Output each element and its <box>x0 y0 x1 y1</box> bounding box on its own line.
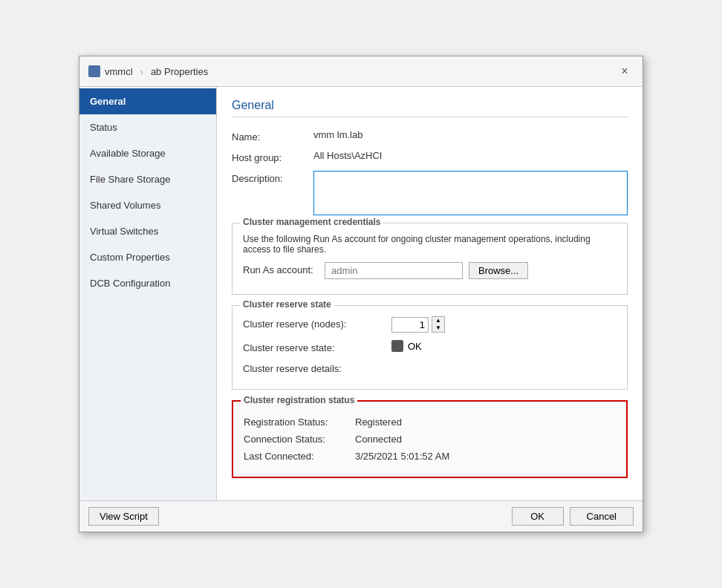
registration-status-row: Registration Status: Registered <box>244 416 616 428</box>
cluster-registration-title: Cluster registration status <box>241 395 357 405</box>
cluster-management-desc: Use the following Run As account for ong… <box>243 234 617 255</box>
registration-status-label: Registration Status: <box>244 416 355 428</box>
sidebar-item-shared-volumes[interactable]: Shared Volumes <box>79 192 216 218</box>
close-button[interactable]: × <box>616 62 634 80</box>
cluster-reserve-title: Cluster reserve state <box>240 299 334 310</box>
reserve-nodes-input[interactable] <box>391 317 429 333</box>
dialog-title: ab Properties <box>151 66 208 77</box>
browse-button[interactable]: Browse... <box>469 262 528 279</box>
status-icon <box>391 340 403 352</box>
reserve-details-label: Cluster reserve details: <box>243 361 391 374</box>
connection-status-label: Connection Status: <box>244 434 355 445</box>
properties-dialog: vmmcl › ab Properties × General Status A… <box>79 56 643 532</box>
description-input[interactable] <box>313 171 628 215</box>
sidebar-item-custom-properties[interactable]: Custom Properties <box>79 244 216 270</box>
cluster-registration-content: Registration Status: Registered Connecti… <box>244 411 616 462</box>
cluster-management-title: Cluster management credentials <box>240 217 383 227</box>
spin-up-arrow[interactable]: ▲ <box>432 317 444 324</box>
app-name: vmmcl <box>105 66 133 77</box>
sidebar: General Status Available Storage File Sh… <box>79 87 217 500</box>
sidebar-item-status[interactable]: Status <box>79 114 216 140</box>
cluster-reserve-content: Cluster reserve (nodes): ▲ ▼ Cluster res… <box>243 313 617 374</box>
reserve-state-text: OK <box>408 341 422 352</box>
run-as-row: Run As account: Browse... <box>243 262 617 279</box>
sidebar-item-virtual-switches[interactable]: Virtual Switches <box>79 218 216 244</box>
main-content: General Name: vmm lm.lab Host group: All… <box>217 87 643 500</box>
cluster-registration-group: Cluster registration status Registration… <box>232 400 628 478</box>
title-separator: › <box>140 66 143 77</box>
view-script-button[interactable]: View Script <box>88 507 159 526</box>
name-row: Name: vmm lm.lab <box>232 129 628 143</box>
connection-status-row: Connection Status: Connected <box>244 434 616 445</box>
run-as-input[interactable] <box>325 262 463 279</box>
last-connected-label: Last Connected: <box>244 451 355 462</box>
dialog-body: General Status Available Storage File Sh… <box>79 87 643 500</box>
host-group-value: All Hosts\AzHCI <box>313 150 382 161</box>
description-row: Description: <box>232 171 628 215</box>
ok-button[interactable]: OK <box>512 507 564 526</box>
connection-status-value: Connected <box>355 434 402 445</box>
sidebar-item-available-storage[interactable]: Available Storage <box>79 140 216 166</box>
reserve-nodes-row: Cluster reserve (nodes): ▲ ▼ <box>243 316 617 333</box>
title-bar: vmmcl › ab Properties × <box>79 56 643 87</box>
reserve-state-label: Cluster reserve state: <box>243 340 391 353</box>
last-connected-row: Last Connected: 3/25/2021 5:01:52 AM <box>244 451 616 462</box>
cluster-management-group: Cluster management credentials Use the f… <box>232 223 628 295</box>
spin-row: ▲ ▼ <box>391 316 445 333</box>
cluster-management-content: Use the following Run As account for ong… <box>243 231 617 279</box>
host-group-row: Host group: All Hosts\AzHCI <box>232 150 628 163</box>
run-as-label: Run As account: <box>243 262 325 275</box>
app-icon <box>88 65 100 77</box>
run-as-input-row: Browse... <box>325 262 528 279</box>
footer: View Script OK Cancel <box>79 500 643 532</box>
last-connected-value: 3/25/2021 5:01:52 AM <box>355 451 449 462</box>
host-group-label: Host group: <box>232 150 313 163</box>
reserve-details-row: Cluster reserve details: <box>243 361 617 374</box>
reserve-state-row: Cluster reserve state: OK <box>243 340 617 353</box>
reserve-state-value: OK <box>391 340 422 352</box>
sidebar-item-file-share-storage[interactable]: File Share Storage <box>79 166 216 192</box>
reserve-nodes-label: Cluster reserve (nodes): <box>243 316 391 330</box>
cancel-button[interactable]: Cancel <box>570 507 634 526</box>
registration-status-value: Registered <box>355 416 402 428</box>
section-title: General <box>232 99 628 117</box>
name-label: Name: <box>232 129 313 143</box>
sidebar-item-general[interactable]: General <box>79 88 216 114</box>
description-label: Description: <box>232 171 313 184</box>
title-bar-left: vmmcl › ab Properties <box>88 65 208 77</box>
cluster-reserve-group: Cluster reserve state Cluster reserve (n… <box>232 305 628 390</box>
spin-down-arrow[interactable]: ▼ <box>432 324 444 332</box>
sidebar-item-dcb-configuration[interactable]: DCB Configuration <box>79 270 216 296</box>
name-value: vmm lm.lab <box>313 129 362 140</box>
spin-arrows: ▲ ▼ <box>432 316 445 333</box>
footer-right: OK Cancel <box>512 507 634 526</box>
